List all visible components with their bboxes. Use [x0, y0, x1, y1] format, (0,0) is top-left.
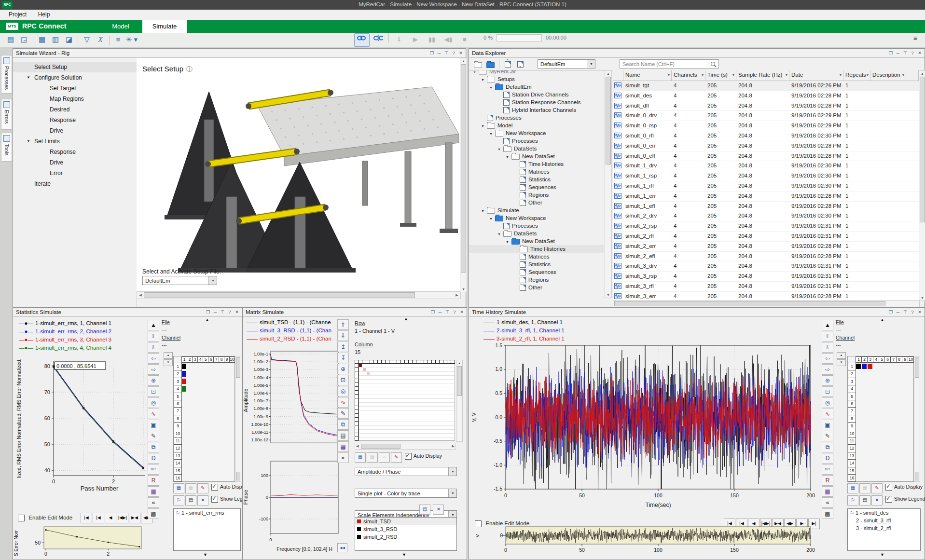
grid-layout-icon[interactable]: ▦ — [355, 452, 366, 463]
column-label[interactable]: Column — [355, 341, 373, 347]
matrix-hscrollbar[interactable]: ◀ ▶ — [355, 443, 456, 450]
wizard-nav-desired[interactable]: Desired — [13, 104, 137, 115]
tree-item-statistics[interactable]: Statistics — [469, 176, 604, 183]
layout-grid-icon[interactable]: ▦ — [337, 441, 349, 452]
table-row-simult_3_err[interactable]: simult_3_err4205204.89/19/2016 02:28 PM1 — [613, 292, 919, 300]
pan-up-icon[interactable]: ⇧ — [148, 331, 159, 341]
grid-layout-off-icon[interactable]: ▦ — [367, 452, 378, 463]
scroll-up-icon[interactable]: ▲ — [148, 320, 159, 330]
table-row-simult_des[interactable]: simult_des4205204.89/19/2016 02:28 PM1 — [613, 91, 919, 101]
display-flag-icon[interactable]: D — [148, 453, 159, 464]
tree-item-new-dataset[interactable]: ▼New DataSet — [469, 237, 604, 245]
auto-display-checkbox[interactable] — [405, 453, 412, 460]
column-header-channels[interactable]: Channels▾ — [672, 70, 705, 81]
scroll-up-icon[interactable]: ▲ — [404, 316, 408, 321]
pin-icon[interactable]: ⊤ — [443, 51, 450, 55]
table-vscrollbar[interactable]: ▲ ▼ — [919, 70, 925, 301]
tree-item-station-response-channels[interactable]: Station Response Channels — [469, 98, 604, 106]
jump-start-icon[interactable]: ↥ — [337, 341, 349, 352]
filter-icon[interactable]: ▾ — [668, 73, 670, 77]
tree-item-new-dataset[interactable]: ▼New DataSet — [469, 152, 604, 160]
tree-item-myredcar[interactable]: ▼MyRedCar — [469, 70, 604, 75]
tab-model[interactable]: Model — [99, 20, 142, 33]
pin-icon[interactable]: ⊤ — [902, 51, 909, 55]
tree-item-regions[interactable]: Regions — [469, 276, 604, 284]
grid-cell-active[interactable] — [182, 371, 186, 376]
table-row-simult_2_drv[interactable]: simult_2_drv4205204.89/19/2016 02:30 PM1 — [613, 211, 919, 221]
center-icon[interactable]: ◎ — [822, 397, 833, 408]
matrix-cell-active[interactable] — [359, 364, 362, 367]
zoom-window-icon[interactable]: ⊡ — [822, 386, 833, 397]
table-row-simult_tgt[interactable]: simult_tgt4205204.89/19/2016 02:26 PM1 — [613, 81, 919, 91]
pause-button[interactable]: ▮▮ — [424, 33, 440, 47]
annotate-icon[interactable]: ✎ — [337, 408, 349, 419]
copy-icon[interactable]: ⧉ — [822, 442, 833, 452]
link-button[interactable] — [354, 33, 370, 47]
dock-icon[interactable]: ❐ — [887, 51, 894, 55]
search-input[interactable]: Search Name (Ctrl+F) — [620, 59, 719, 68]
pin-icon[interactable]: ⊤ — [444, 310, 451, 314]
autoscale-icon[interactable]: ∿ — [822, 409, 833, 419]
trace-listbox[interactable]: simult_TSDsimult_3_RSDsimult_2_RSD — [355, 517, 457, 551]
scrollbar-thumb[interactable] — [614, 301, 885, 306]
filter-icon[interactable]: ▾ — [840, 73, 842, 77]
tree-item-time-histories[interactable]: Time Histories — [469, 160, 604, 168]
close-icon[interactable]: ✕ — [457, 51, 464, 55]
pan-down-icon[interactable]: ⇩ — [148, 342, 159, 353]
flag-icon[interactable]: ⚐ — [173, 495, 184, 505]
grid-layout-icon[interactable]: ▦ — [173, 483, 184, 493]
go-first-button[interactable]: |◀ — [81, 513, 92, 523]
list-view-icon[interactable]: ≡ — [112, 34, 124, 45]
collapse-icon[interactable]: « — [148, 497, 159, 508]
matrix-cell-active[interactable] — [367, 372, 370, 375]
table-row-simult_0_rfl[interactable]: simult_0_rfl4205204.89/19/2016 02:30 PM1 — [613, 131, 919, 141]
zoom-icon[interactable]: ⊕ — [148, 375, 159, 386]
sidebar-tab-errors[interactable]: Errors — [1, 99, 12, 130]
trace-listbox[interactable]: ⚐1 - simult_err_rms — [173, 508, 241, 551]
pan-down-icon[interactable]: ⇩ — [337, 330, 349, 341]
setup-file-dropdown[interactable]: DefaultEm — [142, 276, 217, 285]
hide-flag-icon[interactable]: D/T — [148, 464, 159, 475]
table-view-icon[interactable]: ▥ — [49, 34, 62, 45]
scroll-down-icon[interactable]: ▼ — [880, 552, 884, 557]
grid-cell-active[interactable] — [182, 386, 186, 391]
tree-item-datasets[interactable]: ▼DataSets — [469, 145, 604, 152]
table-row-simult_2_err[interactable]: simult_2_err4205204.89/19/2016 02:28 PM1 — [613, 242, 919, 252]
pin-icon[interactable]: ⊤ — [219, 310, 226, 314]
unlink-button[interactable] — [371, 33, 386, 47]
expander-icon[interactable]: ▼ — [27, 136, 30, 147]
column-header-name[interactable]: Name▾ — [623, 70, 672, 81]
sidebar-tab-tools[interactable]: Tools — [1, 133, 12, 162]
tree-item-model[interactable]: ▼Model — [469, 122, 604, 129]
trace-list-item[interactable]: ⚐1 - simult_des — [848, 509, 920, 517]
collapse-icon[interactable]: « — [337, 452, 349, 463]
help-icon[interactable]: ? — [909, 310, 916, 314]
column-header-sample-rate-hz-[interactable]: Sample Rate (Hz)▾ — [736, 70, 789, 81]
minimize-icon[interactable]: ─ — [895, 51, 901, 55]
print-icon[interactable]: ▤ — [337, 430, 349, 441]
wizard-nav-response[interactable]: Response — [13, 147, 137, 157]
minimize-icon[interactable]: ─ — [436, 51, 442, 55]
scrollbar-thumb[interactable] — [457, 366, 462, 396]
table-row-simult_0_efl[interactable]: simult_0_efl4205204.89/19/2016 02:28 PM1 — [613, 151, 919, 162]
save-icon[interactable]: ▤ — [4, 34, 17, 45]
step-back-button[interactable]: |◀ — [93, 513, 104, 523]
close-icon[interactable]: ✕ — [916, 51, 923, 55]
tree-item-setups[interactable]: ▼Setups — [469, 75, 604, 83]
column-header-date[interactable]: Date▾ — [789, 70, 843, 81]
cursor-icon[interactable]: R — [822, 475, 833, 486]
scroll-down-icon[interactable]: ▼ — [402, 552, 406, 557]
table-hscrollbar[interactable] — [613, 300, 920, 307]
layout-grid-icon[interactable]: ▦ — [822, 486, 833, 497]
show-legend-checkbox[interactable] — [885, 496, 892, 503]
table-row-simult_1_drv[interactable]: simult_1_drv4205204.89/19/2016 02:30 PM1 — [613, 161, 919, 171]
help-icon[interactable]: ? — [451, 310, 458, 314]
collapse-x-button[interactable]: ◀◀ — [337, 543, 347, 552]
row-label[interactable]: Row — [355, 320, 365, 326]
tree-item-matrices[interactable]: Matrices — [469, 253, 604, 260]
spin-up-button[interactable]: ▲ — [164, 352, 173, 359]
trace-list-item[interactable]: ⚐1 - simult_err_rms — [174, 509, 240, 517]
center-icon[interactable]: ◎ — [337, 386, 349, 396]
cursor-icon[interactable]: R — [148, 475, 159, 486]
table-row-simult_0_err[interactable]: simult_0_err4205204.89/19/2016 02:28 PM1 — [613, 141, 919, 151]
